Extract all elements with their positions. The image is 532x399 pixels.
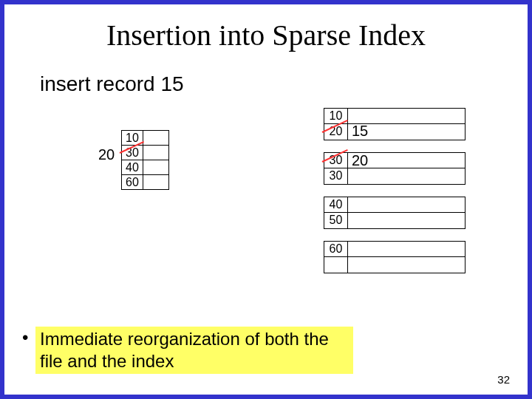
data-val xyxy=(348,213,465,228)
index-key-3: 60 xyxy=(121,174,143,190)
index-insert-value: 20 xyxy=(98,146,115,163)
index-ptr-3 xyxy=(143,174,169,190)
index-ptr-1 xyxy=(143,145,169,160)
data-key: 30 xyxy=(324,168,348,184)
data-block-2: 40 50 xyxy=(324,197,466,229)
data-val xyxy=(348,168,465,184)
data-row: 40 xyxy=(324,197,465,213)
bullet-dot-icon: • xyxy=(22,327,28,349)
data-insert-20: 20 xyxy=(352,152,368,169)
data-block-0: 10 20 xyxy=(324,108,466,140)
data-val xyxy=(348,109,465,123)
data-row: 50 xyxy=(324,213,465,228)
data-block-3: 60 xyxy=(324,241,466,273)
data-row: 30 xyxy=(324,153,465,168)
data-key xyxy=(324,257,348,273)
data-val xyxy=(348,242,465,256)
data-val xyxy=(348,257,465,273)
data-row: 30 xyxy=(324,168,465,184)
page-number: 32 xyxy=(497,373,510,386)
bullet-note: • Immediate reorganization of both the f… xyxy=(35,327,353,374)
index-ptr-0 xyxy=(143,130,169,146)
data-row xyxy=(324,257,465,273)
data-val xyxy=(348,197,465,212)
slide-subtitle: insert record 15 xyxy=(40,72,184,96)
index-key-2: 40 xyxy=(121,160,143,175)
data-row: 60 xyxy=(324,242,465,257)
index-ptr-2 xyxy=(143,160,169,175)
data-insert-15: 15 xyxy=(352,123,368,140)
data-row: 20 xyxy=(324,124,465,140)
data-key: 50 xyxy=(324,213,348,228)
data-block-1: 30 30 xyxy=(324,152,466,185)
data-key: 60 xyxy=(324,242,348,256)
slide-canvas: Insertion into Sparse Index insert recor… xyxy=(4,4,528,395)
slide-title: Insertion into Sparse Index xyxy=(4,18,528,52)
data-key: 40 xyxy=(324,197,348,212)
bullet-text: Immediate reorganization of both the fil… xyxy=(40,329,329,371)
